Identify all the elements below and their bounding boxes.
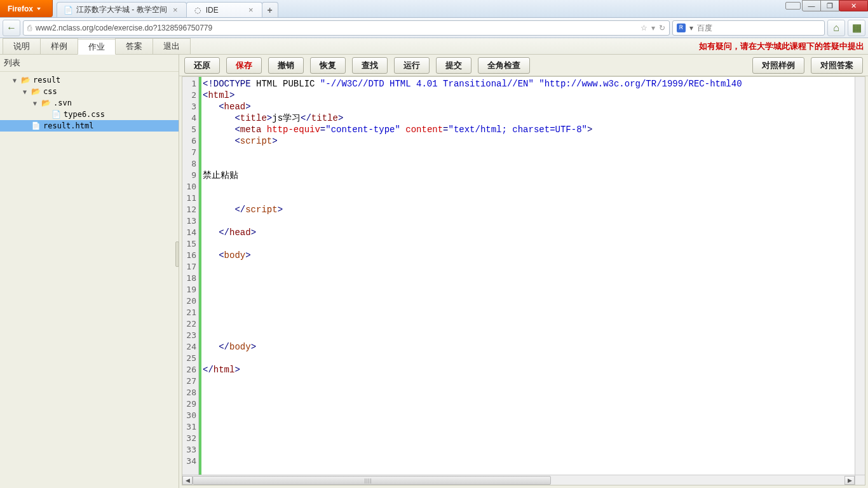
- tree-file-css[interactable]: 📄type6.css: [0, 109, 179, 120]
- tree-label: type6.css: [64, 110, 105, 119]
- menu-tab-assignment[interactable]: 作业: [78, 39, 116, 55]
- file-tree: ▼📂result ▼📂css ▼📂.svn 📄type6.css 📄result…: [0, 72, 179, 488]
- globe-icon: ⎙: [27, 24, 32, 32]
- save-button[interactable]: 保存: [226, 57, 262, 74]
- menu-tab-instructions[interactable]: 说明: [3, 38, 41, 54]
- chevron-down-icon: [37, 8, 41, 10]
- page-icon: 📄: [64, 6, 72, 15]
- scroll-corner: [855, 475, 865, 485]
- run-button[interactable]: 运行: [394, 57, 430, 74]
- sidebar: 列表 ▼📂result ▼📂css ▼📂.svn 📄type6.css 📄res…: [0, 55, 179, 488]
- url-input[interactable]: [36, 24, 637, 32]
- close-icon[interactable]: ×: [171, 5, 180, 15]
- home-button[interactable]: ⌂: [827, 20, 845, 36]
- close-icon[interactable]: ×: [247, 5, 255, 15]
- browser-tab[interactable]: ◌ IDE ×: [186, 2, 262, 17]
- tree-file-result-html[interactable]: 📄result.html: [0, 120, 179, 132]
- folder-open-icon: 📂: [31, 87, 41, 96]
- folder-open-icon: 📂: [41, 98, 51, 107]
- url-bar[interactable]: ⎙ ☆ ▾ ↻: [23, 20, 670, 36]
- tree-label: .svn: [53, 98, 72, 107]
- browser-navbar: ← ⎙ ☆ ▾ ↻ Ꮢ ▾ ⌂ ▦: [0, 18, 868, 38]
- scroll-track[interactable]: [193, 476, 844, 485]
- code-editor[interactable]: 1 2 3 4 5 6 7 8 9 10 11 12 13 14 15 16 1…: [182, 76, 865, 485]
- app-body: 列表 ▼📂result ▼📂css ▼📂.svn 📄type6.css 📄res…: [0, 55, 868, 488]
- bookmark-icon[interactable]: ☆: [641, 24, 648, 32]
- menu-tab-example[interactable]: 样例: [40, 38, 78, 54]
- firefox-label: Firefox: [8, 4, 33, 13]
- code-content[interactable]: <!DOCTYPE HTML PUBLIC "-//W3C//DTD HTML …: [201, 77, 855, 475]
- chevron-down-icon[interactable]: ▾: [689, 24, 693, 32]
- submit-button[interactable]: 提交: [436, 57, 471, 74]
- menu-tab-answer[interactable]: 答案: [115, 38, 153, 54]
- app-menu: 说明 样例 作业 答案 退出 如有疑问，请在大学城此课程下的答疑中提出: [0, 38, 868, 55]
- dropdown-icon[interactable]: ▾: [651, 24, 655, 32]
- menu-tab-exit[interactable]: 退出: [153, 38, 191, 54]
- sidebar-title: 列表: [0, 55, 179, 72]
- pane-splitter[interactable]: [175, 241, 179, 267]
- undo-button[interactable]: 撤销: [268, 57, 304, 74]
- reload-icon[interactable]: ↻: [659, 24, 665, 32]
- vertical-scrollbar[interactable]: [855, 77, 865, 475]
- browser-tab[interactable]: 📄 江苏数字大学城 - 教学空间 ×: [57, 2, 187, 17]
- file-icon: 📄: [31, 121, 41, 130]
- horizontal-scrollbar[interactable]: ◀ ▶: [182, 475, 855, 485]
- minimize-button[interactable]: —: [802, 0, 821, 11]
- loading-icon: ◌: [193, 6, 202, 15]
- compare-answer-button[interactable]: 对照答案: [811, 57, 863, 74]
- tab-group-icon[interactable]: [785, 2, 801, 10]
- tree-folder-svn[interactable]: ▼📂.svn: [0, 97, 179, 109]
- firefox-menu-button[interactable]: Firefox: [0, 0, 53, 17]
- search-input[interactable]: [697, 24, 820, 32]
- tree-label: css: [43, 87, 57, 96]
- back-button[interactable]: ←: [3, 20, 20, 36]
- compare-example-button[interactable]: 对照样例: [752, 57, 804, 74]
- window-buttons: — ❐ ✕: [803, 0, 868, 17]
- baidu-icon: Ꮢ: [677, 24, 686, 32]
- restore-button[interactable]: 还原: [184, 57, 220, 74]
- tree-label: result.html: [43, 121, 93, 130]
- new-tab-button[interactable]: +: [262, 2, 278, 17]
- tree-label: result: [33, 76, 60, 85]
- notice-text: 如有疑问，请在大学城此课程下的答疑中提出: [695, 38, 868, 54]
- tree-folder-result[interactable]: ▼📂result: [0, 74, 179, 86]
- search-bar[interactable]: Ꮢ ▾: [672, 20, 825, 36]
- line-gutter: 1 2 3 4 5 6 7 8 9 10 11 12 13 14 15 16 1…: [182, 77, 199, 475]
- panel-button[interactable]: ▦: [848, 20, 865, 36]
- maximize-button[interactable]: ❐: [820, 0, 839, 11]
- tab-label: 江苏数字大学城 - 教学空间: [76, 4, 167, 15]
- file-icon: 📄: [51, 110, 61, 119]
- browser-tabs: 📄 江苏数字大学城 - 教学空间 × ◌ IDE × +: [53, 0, 782, 17]
- close-window-button[interactable]: ✕: [839, 0, 868, 11]
- scroll-thumb[interactable]: [193, 476, 551, 485]
- tree-folder-css[interactable]: ▼📂css: [0, 86, 179, 97]
- find-button[interactable]: 查找: [352, 57, 388, 74]
- scroll-right-icon[interactable]: ▶: [844, 476, 855, 485]
- browser-titlebar: Firefox 📄 江苏数字大学城 - 教学空间 × ◌ IDE × + — ❐…: [0, 0, 868, 18]
- redo-button[interactable]: 恢复: [310, 57, 346, 74]
- tab-label: IDE: [206, 6, 243, 15]
- folder-open-icon: 📂: [20, 76, 31, 85]
- editor-toolbar: 还原 保存 撤销 恢复 查找 运行 提交 全角检查 对照样例 对照答案: [179, 55, 868, 76]
- fullwidth-check-button[interactable]: 全角检查: [478, 57, 530, 74]
- scroll-left-icon[interactable]: ◀: [182, 476, 193, 485]
- main-area: 还原 保存 撤销 恢复 查找 运行 提交 全角检查 对照样例 对照答案 1 2 …: [179, 55, 868, 488]
